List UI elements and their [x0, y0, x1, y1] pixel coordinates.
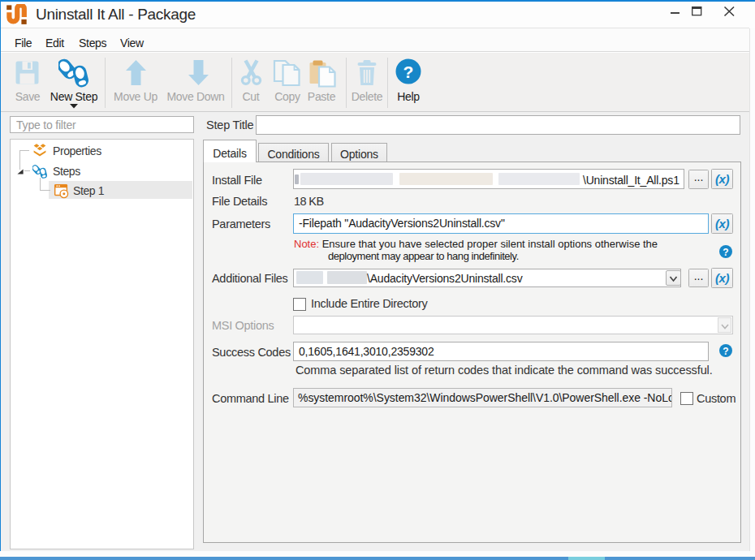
svg-text:?: ?	[403, 62, 414, 81]
svg-text:?: ?	[723, 346, 728, 357]
svg-text:?: ?	[723, 247, 728, 258]
